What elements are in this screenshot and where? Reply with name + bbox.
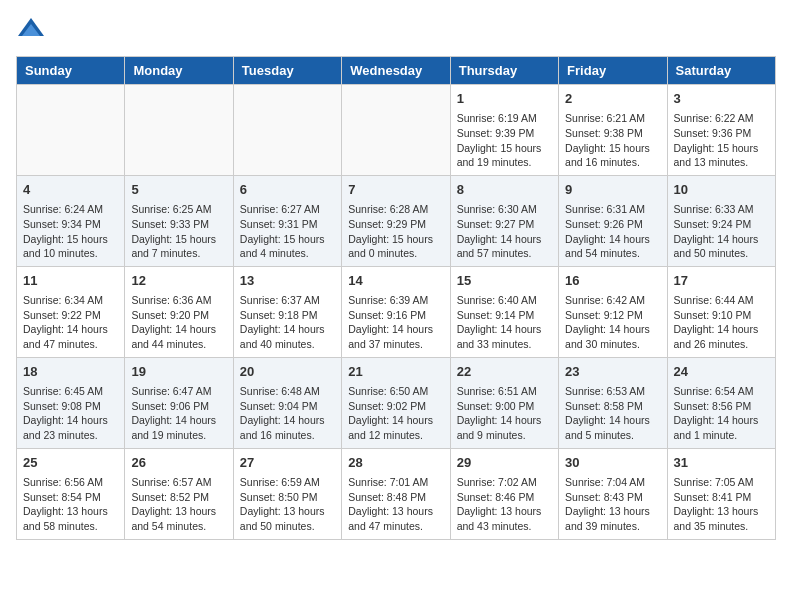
day-cell-18: 18Sunrise: 6:45 AMSunset: 9:08 PMDayligh… [17, 357, 125, 448]
cell-info: Sunrise: 7:05 AMSunset: 8:41 PMDaylight:… [674, 475, 769, 534]
day-number: 27 [240, 454, 335, 472]
cell-info: Sunrise: 7:01 AMSunset: 8:48 PMDaylight:… [348, 475, 443, 534]
day-header-monday: Monday [125, 57, 233, 85]
week-row-1: 1Sunrise: 6:19 AMSunset: 9:39 PMDaylight… [17, 85, 776, 176]
logo [16, 16, 50, 46]
day-number: 8 [457, 181, 552, 199]
cell-info: Sunrise: 6:27 AMSunset: 9:31 PMDaylight:… [240, 202, 335, 261]
cell-info: Sunrise: 6:53 AMSunset: 8:58 PMDaylight:… [565, 384, 660, 443]
cell-info: Sunrise: 7:04 AMSunset: 8:43 PMDaylight:… [565, 475, 660, 534]
day-cell-20: 20Sunrise: 6:48 AMSunset: 9:04 PMDayligh… [233, 357, 341, 448]
day-cell-4: 4Sunrise: 6:24 AMSunset: 9:34 PMDaylight… [17, 175, 125, 266]
header-row: SundayMondayTuesdayWednesdayThursdayFrid… [17, 57, 776, 85]
day-cell-7: 7Sunrise: 6:28 AMSunset: 9:29 PMDaylight… [342, 175, 450, 266]
cell-info: Sunrise: 6:45 AMSunset: 9:08 PMDaylight:… [23, 384, 118, 443]
day-cell-27: 27Sunrise: 6:59 AMSunset: 8:50 PMDayligh… [233, 448, 341, 539]
day-cell-23: 23Sunrise: 6:53 AMSunset: 8:58 PMDayligh… [559, 357, 667, 448]
day-number: 24 [674, 363, 769, 381]
cell-info: Sunrise: 6:22 AMSunset: 9:36 PMDaylight:… [674, 111, 769, 170]
empty-cell [342, 85, 450, 176]
day-number: 12 [131, 272, 226, 290]
day-cell-14: 14Sunrise: 6:39 AMSunset: 9:16 PMDayligh… [342, 266, 450, 357]
day-number: 21 [348, 363, 443, 381]
week-row-5: 25Sunrise: 6:56 AMSunset: 8:54 PMDayligh… [17, 448, 776, 539]
day-header-sunday: Sunday [17, 57, 125, 85]
day-header-thursday: Thursday [450, 57, 558, 85]
day-number: 18 [23, 363, 118, 381]
day-cell-13: 13Sunrise: 6:37 AMSunset: 9:18 PMDayligh… [233, 266, 341, 357]
day-cell-29: 29Sunrise: 7:02 AMSunset: 8:46 PMDayligh… [450, 448, 558, 539]
cell-info: Sunrise: 6:39 AMSunset: 9:16 PMDaylight:… [348, 293, 443, 352]
day-number: 14 [348, 272, 443, 290]
day-cell-11: 11Sunrise: 6:34 AMSunset: 9:22 PMDayligh… [17, 266, 125, 357]
week-row-3: 11Sunrise: 6:34 AMSunset: 9:22 PMDayligh… [17, 266, 776, 357]
day-number: 9 [565, 181, 660, 199]
day-number: 20 [240, 363, 335, 381]
cell-info: Sunrise: 6:30 AMSunset: 9:27 PMDaylight:… [457, 202, 552, 261]
day-header-saturday: Saturday [667, 57, 775, 85]
day-cell-24: 24Sunrise: 6:54 AMSunset: 8:56 PMDayligh… [667, 357, 775, 448]
day-cell-3: 3Sunrise: 6:22 AMSunset: 9:36 PMDaylight… [667, 85, 775, 176]
day-cell-9: 9Sunrise: 6:31 AMSunset: 9:26 PMDaylight… [559, 175, 667, 266]
day-cell-16: 16Sunrise: 6:42 AMSunset: 9:12 PMDayligh… [559, 266, 667, 357]
cell-info: Sunrise: 6:40 AMSunset: 9:14 PMDaylight:… [457, 293, 552, 352]
cell-info: Sunrise: 6:54 AMSunset: 8:56 PMDaylight:… [674, 384, 769, 443]
logo-icon [16, 16, 46, 46]
day-cell-8: 8Sunrise: 6:30 AMSunset: 9:27 PMDaylight… [450, 175, 558, 266]
day-cell-17: 17Sunrise: 6:44 AMSunset: 9:10 PMDayligh… [667, 266, 775, 357]
day-number: 3 [674, 90, 769, 108]
day-number: 26 [131, 454, 226, 472]
empty-cell [233, 85, 341, 176]
cell-info: Sunrise: 6:44 AMSunset: 9:10 PMDaylight:… [674, 293, 769, 352]
day-number: 7 [348, 181, 443, 199]
cell-info: Sunrise: 6:47 AMSunset: 9:06 PMDaylight:… [131, 384, 226, 443]
day-cell-19: 19Sunrise: 6:47 AMSunset: 9:06 PMDayligh… [125, 357, 233, 448]
day-cell-25: 25Sunrise: 6:56 AMSunset: 8:54 PMDayligh… [17, 448, 125, 539]
day-number: 31 [674, 454, 769, 472]
cell-info: Sunrise: 6:25 AMSunset: 9:33 PMDaylight:… [131, 202, 226, 261]
day-number: 11 [23, 272, 118, 290]
cell-info: Sunrise: 6:28 AMSunset: 9:29 PMDaylight:… [348, 202, 443, 261]
cell-info: Sunrise: 6:51 AMSunset: 9:00 PMDaylight:… [457, 384, 552, 443]
day-cell-28: 28Sunrise: 7:01 AMSunset: 8:48 PMDayligh… [342, 448, 450, 539]
day-cell-5: 5Sunrise: 6:25 AMSunset: 9:33 PMDaylight… [125, 175, 233, 266]
day-cell-26: 26Sunrise: 6:57 AMSunset: 8:52 PMDayligh… [125, 448, 233, 539]
day-header-tuesday: Tuesday [233, 57, 341, 85]
day-number: 16 [565, 272, 660, 290]
calendar-table: SundayMondayTuesdayWednesdayThursdayFrid… [16, 56, 776, 540]
day-cell-10: 10Sunrise: 6:33 AMSunset: 9:24 PMDayligh… [667, 175, 775, 266]
day-cell-22: 22Sunrise: 6:51 AMSunset: 9:00 PMDayligh… [450, 357, 558, 448]
day-cell-30: 30Sunrise: 7:04 AMSunset: 8:43 PMDayligh… [559, 448, 667, 539]
cell-info: Sunrise: 6:33 AMSunset: 9:24 PMDaylight:… [674, 202, 769, 261]
cell-info: Sunrise: 6:34 AMSunset: 9:22 PMDaylight:… [23, 293, 118, 352]
day-number: 23 [565, 363, 660, 381]
day-number: 28 [348, 454, 443, 472]
day-cell-15: 15Sunrise: 6:40 AMSunset: 9:14 PMDayligh… [450, 266, 558, 357]
day-cell-2: 2Sunrise: 6:21 AMSunset: 9:38 PMDaylight… [559, 85, 667, 176]
cell-info: Sunrise: 6:56 AMSunset: 8:54 PMDaylight:… [23, 475, 118, 534]
cell-info: Sunrise: 6:31 AMSunset: 9:26 PMDaylight:… [565, 202, 660, 261]
day-number: 29 [457, 454, 552, 472]
day-number: 15 [457, 272, 552, 290]
day-number: 13 [240, 272, 335, 290]
page-header [16, 16, 776, 46]
cell-info: Sunrise: 6:50 AMSunset: 9:02 PMDaylight:… [348, 384, 443, 443]
day-cell-12: 12Sunrise: 6:36 AMSunset: 9:20 PMDayligh… [125, 266, 233, 357]
day-cell-1: 1Sunrise: 6:19 AMSunset: 9:39 PMDaylight… [450, 85, 558, 176]
day-number: 10 [674, 181, 769, 199]
day-number: 19 [131, 363, 226, 381]
day-cell-21: 21Sunrise: 6:50 AMSunset: 9:02 PMDayligh… [342, 357, 450, 448]
cell-info: Sunrise: 6:59 AMSunset: 8:50 PMDaylight:… [240, 475, 335, 534]
cell-info: Sunrise: 6:36 AMSunset: 9:20 PMDaylight:… [131, 293, 226, 352]
day-number: 30 [565, 454, 660, 472]
day-number: 2 [565, 90, 660, 108]
empty-cell [125, 85, 233, 176]
cell-info: Sunrise: 6:48 AMSunset: 9:04 PMDaylight:… [240, 384, 335, 443]
cell-info: Sunrise: 6:37 AMSunset: 9:18 PMDaylight:… [240, 293, 335, 352]
day-header-friday: Friday [559, 57, 667, 85]
day-cell-6: 6Sunrise: 6:27 AMSunset: 9:31 PMDaylight… [233, 175, 341, 266]
day-number: 6 [240, 181, 335, 199]
day-number: 22 [457, 363, 552, 381]
cell-info: Sunrise: 7:02 AMSunset: 8:46 PMDaylight:… [457, 475, 552, 534]
day-number: 4 [23, 181, 118, 199]
